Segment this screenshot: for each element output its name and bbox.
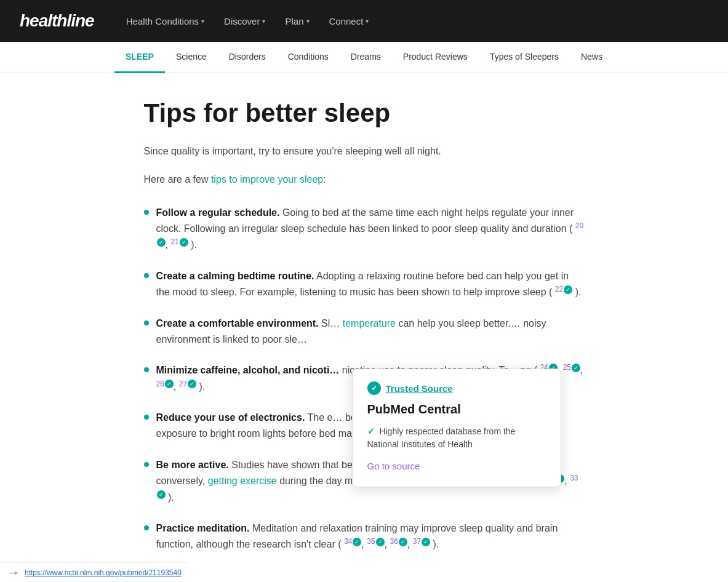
subnav-product-reviews[interactable]: Product Reviews — [392, 42, 479, 73]
top-navigation: healthline Health Conditions ▾ Discover … — [0, 0, 728, 42]
ref-link[interactable]: 21 — [170, 237, 178, 246]
temperature-link[interactable]: temperature — [343, 318, 396, 329]
trusted-source-icon[interactable]: ✓ — [572, 364, 580, 372]
site-logo[interactable]: healthline — [20, 11, 94, 31]
nav-health-conditions-label: Health Conditions — [126, 16, 199, 26]
nav-connect[interactable]: Connect ▾ — [322, 11, 377, 31]
tip-bold: Practice meditation. — [156, 523, 250, 533]
bullet-dot — [144, 273, 149, 278]
tip-text: Create a calming bedtime routine. Adopti… — [156, 268, 585, 301]
bullet-dot — [144, 367, 149, 372]
trusted-source-icon[interactable]: ✓ — [564, 285, 572, 294]
bottom-url-bar: → https://www.ncbi.nlm.nih.gov/pubmed/21… — [0, 562, 189, 582]
bullet-dot — [144, 210, 149, 215]
bullet-dot — [144, 415, 149, 420]
sub-navigation: SLEEP Science Disorders Conditions Dream… — [0, 42, 728, 73]
bullet-dot — [144, 321, 149, 325]
list-item: Follow a regular schedule. Going to bed … — [144, 205, 585, 253]
main-content: Tips for better sleep Since quality is i… — [124, 73, 604, 582]
ref-link[interactable]: 26 — [156, 379, 164, 388]
list-item: Create a comfortable environment. Sl… te… — [144, 316, 585, 348]
bottom-url-text: https://www.ncbi.nlm.nih.gov/pubmed/2119… — [25, 568, 182, 577]
nav-connect-label: Connect — [329, 16, 364, 26]
tip-bold: Reduce your use of electronics. — [156, 412, 305, 423]
trusted-source-icon[interactable]: ✓ — [157, 490, 166, 499]
pubmed-title: PubMed Central — [367, 402, 546, 417]
subnav-dreams[interactable]: Dreams — [340, 42, 392, 73]
chevron-down-icon: ▾ — [262, 18, 265, 25]
tip-bold: Be more active. — [156, 460, 229, 470]
tip-bold: Create a calming bedtime routine. — [156, 271, 314, 281]
tip-text: Follow a regular schedule. Going to bed … — [156, 205, 585, 253]
ref-link[interactable]: 27 — [179, 379, 187, 388]
tip-text: Practice meditation. Meditation and rela… — [156, 520, 585, 553]
tip-text: Create a comfortable environment. Sl… te… — [156, 316, 585, 348]
trusted-description: ✓ Highly respected database from the Nat… — [367, 425, 546, 451]
trusted-source-icon[interactable]: ✓ — [422, 538, 430, 546]
check-mark-icon: ✓ — [367, 426, 375, 436]
trusted-source-icon[interactable]: ✓ — [399, 538, 407, 546]
tip-bold: Create a comfortable environment. — [156, 318, 319, 329]
ref-link[interactable]: 37 — [413, 537, 421, 546]
chevron-down-icon: ▾ — [306, 18, 310, 25]
trusted-description-text: Highly respected database from the Natio… — [367, 426, 516, 449]
list-item: Practice meditation. Meditation and rela… — [144, 520, 585, 553]
trusted-source-icon[interactable]: ✓ — [165, 380, 174, 388]
intro-paragraph-1: Since quality is important, try to ensur… — [144, 143, 585, 159]
ref-link[interactable]: 20 — [575, 221, 583, 230]
trusted-source-label[interactable]: Trusted Source — [386, 383, 453, 394]
ref-link[interactable]: 33 — [570, 474, 578, 482]
subnav-disorders[interactable]: Disorders — [218, 42, 277, 73]
trusted-source-icon[interactable]: ✓ — [353, 538, 361, 546]
intro-prefix: Here are a few — [144, 174, 211, 185]
ref-link[interactable]: 35 — [367, 537, 375, 546]
go-to-source-link[interactable]: Go to source — [367, 461, 420, 471]
tips-link[interactable]: tips to improve your sleep — [211, 174, 323, 185]
bullet-dot — [144, 525, 149, 530]
subnav-sleep[interactable]: SLEEP — [114, 42, 165, 73]
ref-link[interactable]: 25 — [563, 363, 571, 372]
trusted-source-icon[interactable]: ✓ — [376, 538, 385, 546]
bullet-dot — [144, 462, 149, 467]
trusted-check-icon: ✓ — [367, 381, 381, 395]
arrow-icon: → — [7, 565, 20, 580]
chevron-down-icon: ▾ — [366, 18, 369, 25]
nav-plan-label: Plan — [285, 16, 303, 26]
nav-health-conditions[interactable]: Health Conditions ▾ — [119, 11, 212, 31]
trusted-source-icon[interactable]: ✓ — [180, 238, 188, 247]
page-title: Tips for better sleep — [144, 98, 585, 129]
top-nav-links: Health Conditions ▾ Discover ▾ Plan ▾ Co… — [119, 11, 377, 31]
chevron-down-icon: ▾ — [201, 18, 204, 25]
nav-discover-label: Discover — [224, 16, 260, 26]
ref-link[interactable]: 34 — [344, 537, 352, 546]
trusted-source-popup: ✓ Trusted Source PubMed Central ✓ Highly… — [352, 369, 561, 487]
nav-discover[interactable]: Discover ▾ — [217, 11, 273, 31]
nav-plan[interactable]: Plan ▾ — [278, 11, 316, 31]
trusted-source-header: ✓ Trusted Source — [367, 381, 546, 395]
subnav-types-of-sleepers[interactable]: Types of Sleepers — [479, 42, 570, 73]
tip-bold: Follow a regular schedule. — [156, 207, 280, 218]
intro-suffix: : — [323, 174, 326, 185]
tip-bold: Minimize caffeine, alcohol, and nicoti… — [156, 365, 340, 375]
subnav-news[interactable]: News — [570, 42, 614, 73]
exercise-link[interactable]: getting exercise — [208, 476, 277, 486]
subnav-science[interactable]: Science — [165, 42, 218, 73]
ref-link[interactable]: 22 — [555, 285, 563, 293]
trusted-source-icon[interactable]: ✓ — [157, 238, 166, 247]
subnav-conditions[interactable]: Conditions — [277, 42, 340, 73]
ref-link[interactable]: 36 — [390, 537, 398, 546]
list-item: Create a calming bedtime routine. Adopti… — [144, 268, 585, 301]
intro-paragraph-2: Here are a few tips to improve your slee… — [144, 172, 585, 188]
trusted-source-icon[interactable]: ✓ — [188, 380, 196, 388]
